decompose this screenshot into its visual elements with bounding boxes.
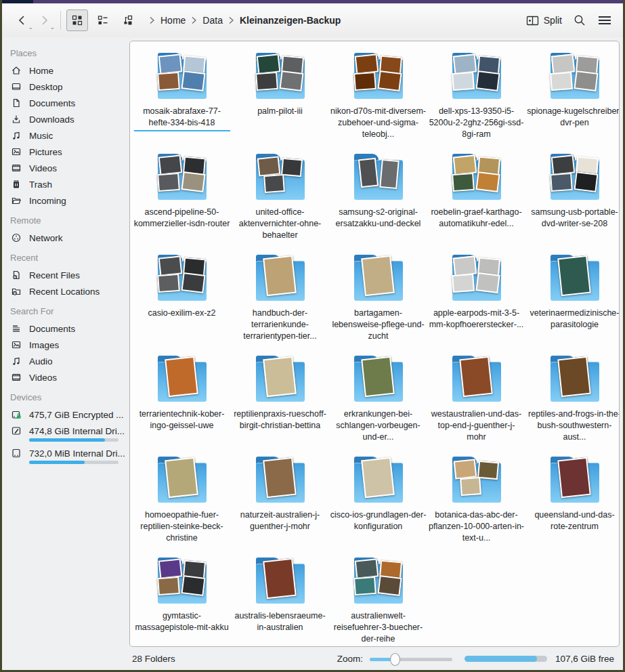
home-icon bbox=[11, 65, 22, 76]
folder-item-naturzeit-australien-j-guenther-j-mohr[interactable]: naturzeit-australien-j-guenther-j-mohr bbox=[231, 452, 329, 553]
sidebar-item-documents[interactable]: Documents bbox=[9, 320, 129, 337]
breadcrumb-separator-icon bbox=[149, 16, 155, 24]
folder-label: bartagamen-lebensweise-pflege-und-zucht bbox=[330, 308, 427, 341]
sidebar-item-label: Videos bbox=[29, 163, 57, 173]
folder-item-nikon-d70s-mit-diversem-zubehoer-und-sig[interactable]: nikon-d70s-mit-diversem-zubehoer-und-sig… bbox=[329, 48, 427, 149]
sidebar-item-downloads[interactable]: Downloads bbox=[9, 111, 129, 127]
sidebar-item-732-0-mib-internal-dri[interactable]: 732,0 MiB Internal Dri... bbox=[9, 445, 129, 467]
folder-item-ascend-pipeline-50-kommerzieller-isdn-ro[interactable]: ascend-pipeline-50-kommerzieller-isdn-ro… bbox=[133, 149, 231, 250]
split-button[interactable]: Split bbox=[526, 15, 562, 26]
icons-view-button[interactable] bbox=[66, 9, 88, 31]
desktop-icon bbox=[11, 81, 22, 92]
sidebar-item-videos[interactable]: Videos bbox=[9, 369, 129, 385]
search-button[interactable] bbox=[573, 14, 586, 27]
photo-thumbnail bbox=[263, 558, 297, 599]
compact-view-button[interactable] bbox=[92, 9, 114, 31]
folder-icon bbox=[156, 150, 209, 202]
folder-item-spionage-kugelschreiber-dvr-pen[interactable]: spionage-kugelschreiber-dvr-pen bbox=[525, 48, 620, 149]
folder-item-veterinaermedizinische-parasitologie[interactable]: veterinaermedizinische-parasitologie bbox=[525, 250, 620, 351]
folder-icon bbox=[156, 251, 209, 303]
folder-label: samsung-usb-portable-dvd-writer-se-208 bbox=[527, 207, 620, 230]
folder-icon bbox=[352, 49, 405, 101]
image-icon bbox=[11, 146, 22, 157]
device-usage-bar bbox=[29, 438, 118, 442]
music-icon bbox=[11, 130, 22, 141]
sidebar-item-videos[interactable]: Videos bbox=[9, 160, 129, 176]
folder-icon bbox=[156, 453, 209, 505]
sidebar-item-network[interactable]: Network bbox=[9, 230, 129, 246]
sidebar-item-label: Trash bbox=[29, 180, 52, 190]
folder-item-dell-xps-13-9350-i5-5200u-2-2ghz-256gi-s[interactable]: dell-xps-13-9350-i5-5200u-2-2ghz-256gi-s… bbox=[427, 48, 525, 149]
folder-icon bbox=[450, 150, 503, 202]
folder-item-homoeopathie-fuer-reptilien-steinke-beck[interactable]: homoeopathie-fuer-reptilien-steinke-beck… bbox=[133, 452, 231, 553]
folder-view-panel[interactable]: mosaik-abrafaxe-77-hefte-334-bis-418palm… bbox=[129, 41, 620, 647]
folder-item-mosaik-abrafaxe-77-hefte-334-bis-418[interactable]: mosaik-abrafaxe-77-hefte-334-bis-418 bbox=[133, 48, 231, 149]
breadcrumb-item-kleinanzeigen-backup[interactable]: Kleinanzeigen-Backup bbox=[237, 14, 343, 27]
folder-icon bbox=[156, 49, 209, 101]
folder-item-united-office-aktenvernichter-ohne-behae[interactable]: united-office-aktenvernichter-ohne-behae… bbox=[231, 149, 329, 250]
photo-thumbnail bbox=[453, 459, 477, 479]
folder-item-apple-earpods-mit-3-5-mm-kopfhoerersteck[interactable]: apple-earpods-mit-3-5-mm-kopfhoerersteck… bbox=[427, 250, 525, 351]
folder-item-casio-exilim-ex-z2[interactable]: casio-exilim-ex-z2 bbox=[133, 250, 231, 351]
folder-item-samsung-s2-original-ersatzakku-und-decke[interactable]: samsung-s2-original-ersatzakku-und-decke… bbox=[329, 149, 427, 250]
folder-item-gymtastic-massagepistole-mit-akku[interactable]: gymtastic-massagepistole-mit-akku bbox=[133, 553, 231, 647]
folder-item-reptilienpraxis-rueschoff-birgit-christi[interactable]: reptilienpraxis-rueschoff-birgit-christi… bbox=[231, 351, 329, 452]
folder-open-icon bbox=[11, 195, 22, 206]
folder-item-handbuch-der-terrarienkunde-terrarientyp[interactable]: handbuch-der-terrarienkunde-terrarientyp… bbox=[231, 250, 329, 351]
forward-button[interactable]: ⌄ bbox=[33, 9, 55, 31]
sidebar-item-documents[interactable]: Documents bbox=[9, 95, 129, 111]
recent-files-icon bbox=[11, 270, 22, 280]
folder-item-palm-pilot-iii[interactable]: palm-pilot-iii bbox=[231, 48, 329, 149]
tree-view-icon bbox=[123, 14, 135, 26]
folder-icon bbox=[254, 251, 307, 303]
folder-item-australis-lebensraeume-in-australien[interactable]: australis-lebensraeume-in-australien bbox=[231, 553, 329, 647]
folder-item-terrarientechnik-kober-ingo-geissel-uwe[interactable]: terrarientechnik-kober-ingo-geissel-uwe bbox=[133, 351, 231, 452]
sidebar-item-474-8-gib-internal-dri[interactable]: 474,8 GiB Internal Dri... bbox=[9, 423, 129, 445]
sidebar-item-audio[interactable]: Audio bbox=[9, 353, 129, 369]
folder-label: handbuch-der-terrarienkunde-terrarientyp… bbox=[232, 308, 328, 341]
back-button[interactable]: ⌄ bbox=[12, 9, 33, 31]
sidebar-item-label: Documents bbox=[29, 324, 75, 334]
breadcrumb-item-home[interactable]: Home bbox=[158, 14, 188, 27]
zoom-slider-handle[interactable] bbox=[390, 653, 400, 666]
tree-view-button[interactable] bbox=[118, 9, 139, 31]
folder-item-botanica-das-abc-der-pflanzen-10-000-art[interactable]: botanica-das-abc-der-pflanzen-10-000-art… bbox=[427, 452, 525, 553]
sidebar-item-label: Documents bbox=[29, 98, 75, 108]
folder-item-westaustralien-und-das-top-end-j-guenthe[interactable]: westaustralien-und-das-top-end-j-guenthe… bbox=[427, 351, 525, 452]
icons-view-icon bbox=[71, 14, 83, 26]
hamburger-menu-icon bbox=[597, 15, 612, 26]
sidebar-item-label: Downloads bbox=[29, 114, 74, 125]
sidebar-item-recent-files[interactable]: Recent Files bbox=[9, 267, 129, 283]
sidebar-item-trash[interactable]: Trash bbox=[9, 176, 129, 192]
forward-history-caret-icon[interactable]: ⌄ bbox=[49, 24, 55, 30]
folder-label: reptilienpraxis-rueschoff-birgit-christi… bbox=[232, 408, 328, 432]
folder-item-queensland-und-das-rote-zentrum[interactable]: queensland-und-das-rote-zentrum bbox=[525, 452, 620, 553]
folder-item-cisco-ios-grundlagen-der-konfiguration[interactable]: cisco-ios-grundlagen-der-konfiguration bbox=[329, 452, 427, 553]
folder-label: botanica-das-abc-der-pflanzen-10-000-art… bbox=[429, 509, 525, 543]
menu-button[interactable] bbox=[597, 15, 612, 26]
sidebar-item-recent-locations[interactable]: Recent Locations bbox=[9, 283, 129, 299]
folder-item-bartagamen-lebensweise-pflege-und-zucht[interactable]: bartagamen-lebensweise-pflege-und-zucht bbox=[329, 250, 427, 351]
sidebar-item-desktop[interactable]: Desktop bbox=[9, 79, 129, 95]
folder-item-reptiles-and-frogs-in-the-bush-southwest[interactable]: reptiles-and-frogs-in-the-bush-southwest… bbox=[525, 351, 620, 452]
sidebar-item-label: Desktop bbox=[29, 82, 63, 92]
sidebar-item-music[interactable]: Music bbox=[9, 127, 129, 144]
back-history-caret-icon[interactable]: ⌄ bbox=[28, 24, 33, 30]
drive-removable-icon bbox=[11, 448, 22, 459]
breadcrumb-item-data[interactable]: Data bbox=[200, 14, 225, 27]
sidebar-item-pictures[interactable]: Pictures bbox=[9, 144, 129, 160]
sidebar-item-475-7-gib-encrypted[interactable]: 475,7 GiB Encrypted ... bbox=[9, 406, 129, 423]
split-view-icon bbox=[526, 15, 539, 26]
sidebar-item-home[interactable]: Home bbox=[9, 62, 129, 79]
recent-locations-icon bbox=[11, 286, 22, 297]
zoom-slider[interactable] bbox=[370, 652, 452, 666]
folder-item-erkrankungen-bei-schlangen-vorbeugen-und[interactable]: erkrankungen-bei-schlangen-vorbeugen-und… bbox=[329, 351, 427, 452]
folder-item-samsung-usb-portable-dvd-writer-se-208[interactable]: samsung-usb-portable-dvd-writer-se-208 bbox=[525, 149, 620, 250]
photo-thumbnail bbox=[452, 72, 475, 91]
sidebar-item-images[interactable]: Images bbox=[9, 337, 129, 353]
sidebar-item-incoming[interactable]: Incoming bbox=[9, 192, 129, 209]
folder-item-roebelin-graef-karthago-automatikuhr-ede[interactable]: roebelin-graef-karthago-automatikuhr-ede… bbox=[427, 149, 525, 250]
folder-icon bbox=[156, 554, 209, 606]
folder-label: australienwelt-reisefuehrer-3-buecher-de… bbox=[330, 610, 427, 644]
folder-item-australienwelt-reisefuehrer-3-buecher-de[interactable]: australienwelt-reisefuehrer-3-buecher-de… bbox=[329, 553, 427, 647]
